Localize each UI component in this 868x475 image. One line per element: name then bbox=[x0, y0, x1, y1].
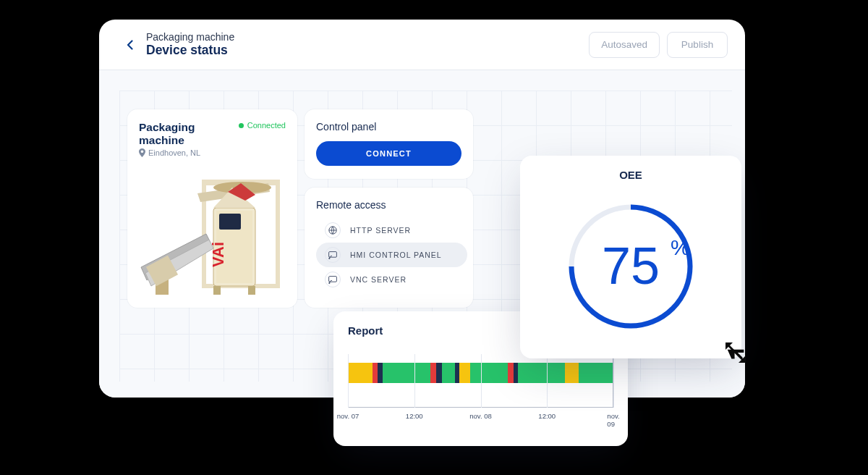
timeline-segment bbox=[459, 363, 470, 383]
resize-handle-icon[interactable] bbox=[723, 340, 748, 368]
axis-tick-label: 12:00 bbox=[406, 412, 423, 420]
breadcrumb: Packaging machine Device status bbox=[146, 31, 234, 58]
axis-tick-label: 12:00 bbox=[538, 412, 556, 420]
control-panel-card: Control panel CONNECT bbox=[305, 109, 473, 179]
back-button[interactable] bbox=[127, 40, 133, 50]
svg-point-20 bbox=[329, 258, 331, 259]
oee-card[interactable]: OEE 75 % bbox=[520, 156, 741, 358]
connect-button[interactable]: CONNECT bbox=[316, 141, 461, 166]
status-label: Connected bbox=[247, 121, 286, 130]
timeline-segment bbox=[436, 363, 442, 383]
svg-rect-16 bbox=[213, 286, 221, 295]
publish-button[interactable]: Publish bbox=[667, 32, 728, 58]
oee-title: OEE bbox=[619, 169, 642, 181]
control-panel-title: Control panel bbox=[316, 121, 461, 133]
topbar: Packaging machine Device status Autosave… bbox=[99, 20, 745, 70]
map-pin-icon bbox=[139, 148, 145, 157]
device-location: Eindhoven, NL bbox=[139, 148, 239, 157]
axis-tick-label: nov. 09 bbox=[607, 412, 619, 428]
status-badge: Connected bbox=[239, 121, 286, 130]
packaging-machine-icon: VAi bbox=[141, 180, 280, 295]
autosaved-button[interactable]: Autosaved bbox=[589, 32, 660, 58]
timeline-segment bbox=[349, 363, 373, 383]
oee-value: 75 bbox=[602, 237, 660, 295]
timeline-segment bbox=[430, 363, 436, 383]
svg-point-22 bbox=[329, 282, 331, 284]
axis-tick-label: nov. 08 bbox=[469, 412, 491, 420]
device-location-label: Eindhoven, NL bbox=[148, 148, 200, 157]
cast-icon bbox=[325, 247, 341, 263]
chevron-left-icon bbox=[127, 40, 133, 50]
svg-rect-8 bbox=[219, 214, 241, 230]
svg-marker-24 bbox=[726, 342, 746, 363]
machine-illustration: VAi bbox=[127, 161, 297, 300]
axis-tick-label: nov. 07 bbox=[337, 412, 359, 420]
oee-unit: % bbox=[671, 235, 690, 259]
remote-access-list: HTTP SERVERHMI CONTROL PANELVNC SERVER bbox=[316, 218, 467, 292]
remote-access-item-label: HTTP SERVER bbox=[350, 226, 411, 235]
breadcrumb-top: Packaging machine bbox=[146, 31, 234, 43]
timeline-segment bbox=[518, 363, 566, 383]
remote-access-item-label: VNC SERVER bbox=[350, 275, 407, 284]
timeline-segment bbox=[378, 363, 383, 383]
timeline-segment bbox=[442, 363, 455, 383]
svg-rect-2 bbox=[276, 180, 280, 287]
timeline-segment bbox=[565, 363, 578, 383]
timeline-chart: nov. 0712:00nov. 0812:00nov. 09 bbox=[348, 354, 613, 419]
timeline-segment bbox=[383, 363, 430, 383]
device-card[interactable]: Packaging machine Eindhoven, NL Connecte… bbox=[127, 109, 297, 308]
timeline-segment bbox=[579, 363, 613, 383]
oee-gauge: 75 % bbox=[551, 187, 710, 339]
remote-access-item[interactable]: HMI CONTROL PANEL bbox=[316, 243, 467, 267]
device-name: Packaging machine bbox=[139, 121, 239, 147]
page-title: Device status bbox=[146, 43, 234, 58]
remote-access-item[interactable]: HTTP SERVER bbox=[316, 218, 467, 243]
remote-access-item-label: HMI CONTROL PANEL bbox=[350, 251, 442, 259]
timeline-segment bbox=[470, 363, 508, 383]
svg-rect-17 bbox=[248, 286, 255, 295]
remote-access-title: Remote access bbox=[316, 199, 467, 211]
remote-access-item[interactable]: VNC SERVER bbox=[316, 267, 467, 292]
timeline-segment bbox=[508, 363, 514, 383]
cast-icon bbox=[325, 272, 341, 287]
globe-icon bbox=[325, 222, 341, 238]
remote-access-card: Remote access HTTP SERVERHMI CONTROL PAN… bbox=[305, 188, 473, 308]
timeline-segment bbox=[373, 363, 378, 383]
